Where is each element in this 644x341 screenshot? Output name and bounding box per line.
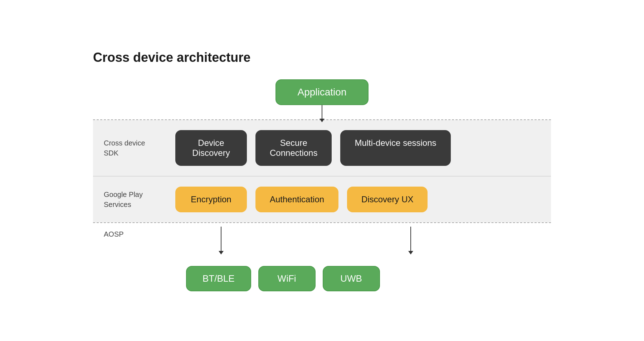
play-boxes: Encryption Authentication Discovery UX <box>168 187 540 212</box>
application-box: Application <box>275 79 369 105</box>
top-section: Application <box>93 79 551 105</box>
sdk-band: Cross deviceSDK DeviceDiscovery SecureCo… <box>93 120 551 176</box>
left-arrow-shaft <box>221 227 221 252</box>
aosp-arrows <box>175 227 540 259</box>
secure-connections-box: SecureConnections <box>255 130 332 166</box>
bottom-boxes: BT/BLE WiFi UWB <box>175 266 540 291</box>
page-title: Cross device architecture <box>93 50 551 65</box>
bt-ble-box: BT/BLE <box>186 266 251 291</box>
play-label: Google PlayServices <box>104 189 168 209</box>
play-band: Google PlayServices Encryption Authentic… <box>93 177 551 222</box>
uwb-box: UWB <box>323 266 380 291</box>
multi-device-sessions-box: Multi-device sessions <box>340 130 450 166</box>
aosp-content: BT/BLE WiFi UWB <box>168 227 540 291</box>
sdk-boxes: DeviceDiscovery SecureConnections Multi-… <box>168 130 540 166</box>
authentication-box: Authentication <box>255 187 338 212</box>
aosp-section: AOSP BT/BLE WiFi UWB <box>93 227 551 291</box>
app-arrow <box>322 105 322 119</box>
app-arrow-wrap <box>93 105 551 119</box>
aosp-arrow-left <box>221 227 221 252</box>
wifi-box: WiFi <box>258 266 316 291</box>
sdk-label: Cross deviceSDK <box>104 138 168 158</box>
bottom-dashed-line <box>93 222 551 223</box>
encryption-box: Encryption <box>175 187 247 212</box>
aosp-arrow-right <box>410 227 411 252</box>
aosp-label: AOSP <box>104 227 168 238</box>
diagram-container: Cross device architecture Application Cr… <box>72 36 572 306</box>
discovery-ux-box: Discovery UX <box>347 187 428 212</box>
device-discovery-box: DeviceDiscovery <box>175 130 247 166</box>
right-arrow-shaft <box>410 227 411 252</box>
